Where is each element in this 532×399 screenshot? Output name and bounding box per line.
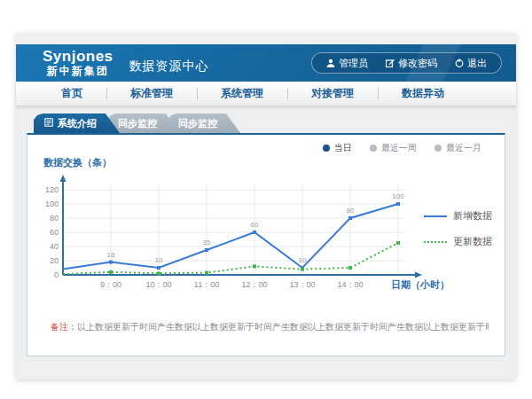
- tab-sync-monitor-2[interactable]: 同步监控: [168, 113, 240, 133]
- radio-label: 最近一周: [381, 142, 417, 154]
- radio-dot-icon: [370, 145, 377, 152]
- nav-item-system-mgmt[interactable]: 系统管理: [197, 86, 287, 101]
- radio-dot-icon: [434, 145, 442, 152]
- content-area: 系统介绍 同步监控 同步监控 当日 最近一周: [16, 106, 516, 356]
- power-icon: [455, 59, 464, 67]
- svg-text:40: 40: [50, 242, 59, 251]
- svg-text:100: 100: [45, 200, 59, 208]
- legend-item-new-data[interactable]: 新增数据: [424, 209, 492, 223]
- svg-text:100: 100: [392, 192, 404, 200]
- user-button[interactable]: 管理员: [317, 57, 377, 70]
- chart-legend: 新增数据 更新数据: [424, 209, 492, 248]
- tab-label: 系统介绍: [58, 113, 97, 133]
- logout-button[interactable]: 退出: [446, 57, 496, 70]
- radio-dot-icon: [323, 145, 330, 152]
- svg-text:80: 80: [50, 214, 59, 223]
- svg-text:60: 60: [251, 221, 259, 229]
- user-name-label: 管理员: [339, 57, 368, 70]
- svg-text:10: 10: [299, 256, 307, 264]
- svg-text:11：00: 11：00: [194, 280, 219, 289]
- radio-today[interactable]: 当日: [323, 142, 352, 154]
- svg-text:12：00: 12：00: [241, 280, 267, 289]
- chart-panel: 当日 最近一周 最近一月 数据交换（条） 0204060801001209：00…: [27, 133, 505, 356]
- change-password-label: 修改密码: [398, 57, 437, 70]
- footnote-label: 备注：: [51, 322, 77, 332]
- legend-item-update-data[interactable]: 更新数据: [424, 235, 492, 248]
- svg-text:0: 0: [54, 270, 59, 279]
- legend-label: 新增数据: [453, 209, 492, 223]
- radio-label: 最近一月: [446, 142, 481, 154]
- solid-line-icon: [424, 215, 447, 217]
- edit-icon: [386, 59, 395, 67]
- logo-brand-cn: 新中新集团: [43, 66, 113, 77]
- svg-text:120: 120: [45, 185, 59, 194]
- svg-text:60: 60: [50, 228, 59, 237]
- svg-text:10：00: 10：00: [145, 280, 171, 289]
- tab-sync-monitor-1[interactable]: 同步监控: [107, 113, 180, 133]
- svg-text:9：00: 9：00: [100, 280, 121, 289]
- main-nav: 首页 标准管理 系统管理 对接管理 数据异动: [16, 82, 516, 106]
- time-range-filters: 当日 最近一周 最近一月: [323, 142, 481, 154]
- page: Synjones 新中新集团 数据资源中心 管理员 修改密码 退出: [16, 34, 516, 379]
- svg-text:14：00: 14：00: [337, 280, 363, 289]
- footnote: 备注：以上数据更新于时间产生数据以上数据更新于时间产生数据以上数据更新于时间产生…: [51, 321, 489, 333]
- radio-last-week[interactable]: 最近一周: [370, 142, 417, 154]
- app-header: Synjones 新中新集团 数据资源中心 管理员 修改密码 退出: [16, 44, 516, 82]
- dotted-line-icon: [424, 241, 447, 243]
- nav-item-data-change[interactable]: 数据异动: [378, 86, 468, 101]
- logo-brand-en: Synjones: [43, 49, 113, 66]
- tab-label: 同步监控: [118, 118, 157, 129]
- tab-label: 同步监控: [178, 118, 217, 129]
- form-icon: [44, 113, 53, 133]
- y-axis-title: 数据交换（条）: [43, 156, 112, 169]
- radio-label: 当日: [334, 142, 352, 154]
- page-title: 数据资源中心: [129, 59, 209, 74]
- logout-label: 退出: [467, 57, 487, 70]
- legend-label: 更新数据: [453, 235, 492, 248]
- tab-system-intro[interactable]: 系统介绍: [34, 113, 120, 133]
- company-logo: Synjones 新中新集团: [43, 49, 113, 77]
- tab-bar: 系统介绍 同步监控 同步监控: [34, 113, 505, 133]
- user-icon: [326, 59, 335, 67]
- svg-text:13：00: 13：00: [289, 280, 315, 289]
- line-chart: 0204060801001209：0010：0011：0012：0013：001…: [36, 172, 480, 305]
- footnote-text: 以上数据更新于时间产生数据以上数据更新于时间产生数据以上数据更新于时间产生数据以…: [77, 322, 489, 332]
- nav-item-standard-mgmt[interactable]: 标准管理: [106, 86, 197, 101]
- nav-item-interface-mgmt[interactable]: 对接管理: [287, 86, 378, 101]
- svg-text:10: 10: [155, 256, 163, 264]
- svg-text:35: 35: [203, 239, 211, 246]
- nav-item-home[interactable]: 首页: [37, 86, 106, 101]
- user-menu: 管理员 修改密码 退出: [311, 52, 502, 74]
- svg-text:日期（小时）: 日期（小时）: [391, 279, 450, 291]
- svg-text:18: 18: [107, 251, 115, 259]
- radio-last-month[interactable]: 最近一月: [434, 142, 481, 154]
- svg-text:20: 20: [50, 256, 59, 265]
- change-password-button[interactable]: 修改密码: [377, 57, 446, 70]
- svg-text:80: 80: [347, 207, 355, 215]
